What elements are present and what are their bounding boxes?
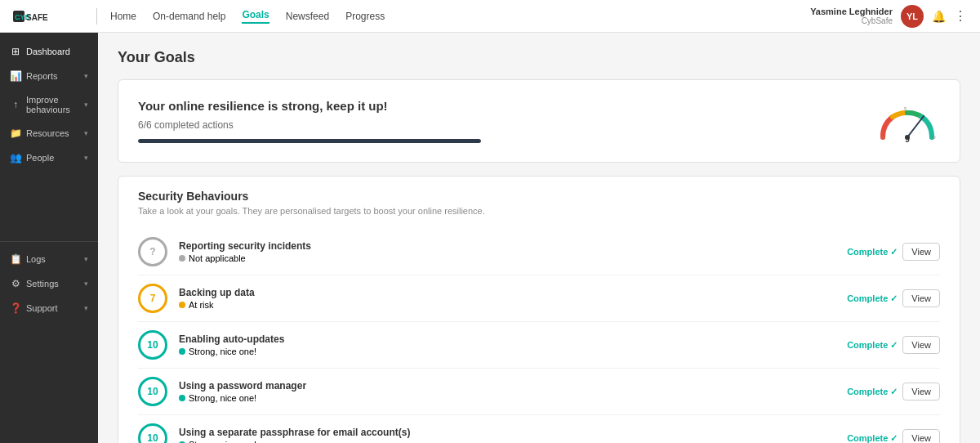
behaviour-name: Enabling auto-updates bbox=[179, 333, 835, 345]
behaviour-actions: Complete ✓ View bbox=[847, 429, 940, 443]
nav-newsfeed[interactable]: Newsfeed bbox=[286, 11, 329, 22]
score-circle: 10 bbox=[138, 423, 167, 443]
resilience-subtitle: 6/6 completed actions bbox=[138, 119, 481, 131]
menu-dots-icon[interactable]: ⋮ bbox=[954, 8, 967, 24]
sidebar-item-dashboard[interactable]: ⊞ Dashboard bbox=[0, 39, 98, 64]
user-info: Yasmine Leghnider CybSafe bbox=[810, 7, 893, 25]
status-text: Strong, nice one! bbox=[189, 347, 256, 356]
view-button[interactable]: View bbox=[902, 243, 940, 261]
progress-bar-fill bbox=[138, 139, 481, 143]
sidebar-divider bbox=[0, 241, 98, 242]
sidebar-label-settings: Settings bbox=[26, 279, 79, 289]
main-content: Your Goals Your online resilience is str… bbox=[98, 33, 980, 443]
sidebar-label-reports: Reports bbox=[26, 71, 79, 81]
sidebar-item-settings[interactable]: ⚙ Settings ▾ bbox=[0, 271, 98, 296]
nav-home[interactable]: Home bbox=[110, 11, 136, 22]
logo: CYB SAFE bbox=[13, 9, 70, 24]
behaviours-card: Security Behaviours Take a look at your … bbox=[118, 176, 960, 443]
behaviour-actions: Complete ✓ View bbox=[847, 289, 940, 307]
behaviour-row: ? Reporting security incidents Not appli… bbox=[138, 229, 940, 275]
behaviour-status: At risk bbox=[179, 300, 835, 310]
nav-progress[interactable]: Progress bbox=[345, 11, 385, 22]
avatar: YL bbox=[901, 5, 924, 28]
behaviour-info: Using a password manager Strong, nice on… bbox=[179, 380, 835, 403]
sidebar-item-people[interactable]: 👥 People ▾ bbox=[0, 145, 98, 170]
behaviour-status: Strong, nice one! bbox=[179, 347, 835, 356]
complete-label: Complete ✓ bbox=[847, 247, 898, 257]
sidebar-item-logs[interactable]: 📋 Logs ▾ bbox=[0, 247, 98, 271]
status-text: Strong, nice one! bbox=[189, 440, 256, 443]
resilience-title: Your online resilience is strong, keep i… bbox=[138, 99, 481, 113]
view-button[interactable]: View bbox=[902, 336, 940, 354]
top-nav: CYB SAFE Home On-demand help Goals Newsf… bbox=[0, 0, 980, 33]
page-title: Your Goals bbox=[118, 49, 960, 66]
behaviour-status: Strong, nice one! bbox=[179, 393, 835, 403]
bell-icon[interactable]: 🔔 bbox=[932, 10, 946, 23]
logo-svg: CYB SAFE bbox=[13, 9, 70, 24]
chevron-down-icon: ▾ bbox=[84, 154, 88, 162]
gauge-container: 9 0 10 5 bbox=[875, 96, 940, 145]
status-dot-icon bbox=[179, 302, 185, 308]
behaviour-info: Reporting security incidents Not applica… bbox=[179, 240, 835, 263]
reports-icon: 📊 bbox=[10, 70, 21, 82]
behaviour-info: Using a separate passphrase for email ac… bbox=[179, 427, 835, 443]
resources-icon: 📁 bbox=[10, 128, 21, 139]
support-icon: ❓ bbox=[10, 302, 21, 314]
score-circle: ? bbox=[138, 237, 167, 266]
nav-ondemand[interactable]: On-demand help bbox=[153, 11, 225, 22]
nav-divider bbox=[96, 8, 97, 25]
score-circle: 10 bbox=[138, 330, 167, 360]
sidebar-item-improve[interactable]: ↑ Improve behaviours ▾ bbox=[0, 88, 98, 121]
behaviour-name: Using a password manager bbox=[179, 380, 835, 392]
resilience-card: Your online resilience is strong, keep i… bbox=[118, 79, 960, 163]
view-button[interactable]: View bbox=[902, 429, 940, 443]
behaviour-info: Backing up data At risk bbox=[179, 287, 835, 310]
status-dot-icon bbox=[179, 255, 185, 262]
chevron-down-icon: ▾ bbox=[84, 72, 88, 80]
sidebar-item-reports[interactable]: 📊 Reports ▾ bbox=[0, 64, 98, 88]
behaviour-actions: Complete ✓ View bbox=[847, 383, 940, 400]
status-dot-icon bbox=[179, 395, 185, 401]
settings-icon: ⚙ bbox=[10, 278, 21, 289]
view-button[interactable]: View bbox=[902, 289, 940, 307]
nav-links: Home On-demand help Goals Newsfeed Progr… bbox=[110, 9, 385, 24]
people-icon: 👥 bbox=[10, 152, 21, 163]
complete-label: Complete ✓ bbox=[847, 293, 898, 304]
behaviours-title: Security Behaviours bbox=[138, 190, 940, 203]
chevron-down-icon: ▾ bbox=[84, 101, 88, 109]
chevron-down-icon: ▾ bbox=[84, 280, 88, 288]
behaviour-status: Not applicable bbox=[179, 253, 835, 263]
behaviour-row: 10 Enabling auto-updates Strong, nice on… bbox=[138, 322, 940, 369]
sidebar-label-resources: Resources bbox=[26, 128, 79, 138]
sidebar-top: ⊞ Dashboard 📊 Reports ▾ ↑ Improve behavi… bbox=[0, 39, 98, 236]
behaviour-name: Reporting security incidents bbox=[179, 240, 835, 252]
sidebar-item-support[interactable]: ❓ Support ▾ bbox=[0, 296, 98, 320]
svg-line-3 bbox=[907, 116, 924, 137]
behaviour-row: 10 Using a separate passphrase for email… bbox=[138, 415, 940, 443]
sidebar: ⊞ Dashboard 📊 Reports ▾ ↑ Improve behavi… bbox=[0, 33, 98, 443]
improve-icon: ↑ bbox=[10, 99, 21, 110]
status-text: At risk bbox=[189, 300, 214, 310]
top-nav-right: Yasmine Leghnider CybSafe YL 🔔 ⋮ bbox=[810, 5, 967, 28]
chevron-down-icon: ▾ bbox=[84, 304, 88, 312]
svg-text:SAFE: SAFE bbox=[26, 13, 48, 22]
behaviour-actions: Complete ✓ View bbox=[847, 336, 940, 354]
svg-text:10: 10 bbox=[930, 135, 936, 140]
behaviour-name: Backing up data bbox=[179, 287, 835, 298]
chevron-down-icon: ▾ bbox=[84, 255, 88, 263]
progress-bar-container bbox=[138, 139, 481, 143]
behaviour-name: Using a separate passphrase for email ac… bbox=[179, 427, 835, 438]
score-circle: 7 bbox=[138, 284, 167, 313]
resilience-left: Your online resilience is strong, keep i… bbox=[138, 99, 481, 143]
nav-goals[interactable]: Goals bbox=[242, 9, 269, 24]
status-text: Strong, nice one! bbox=[189, 393, 256, 403]
gauge-svg: 9 0 10 5 bbox=[875, 96, 940, 145]
complete-label: Complete ✓ bbox=[847, 340, 898, 351]
user-org: CybSafe bbox=[810, 16, 893, 25]
sidebar-label-people: People bbox=[26, 153, 79, 163]
view-button[interactable]: View bbox=[902, 383, 940, 400]
sidebar-bottom: 📋 Logs ▾ ⚙ Settings ▾ ❓ Support ▾ bbox=[0, 247, 98, 444]
sidebar-item-resources[interactable]: 📁 Resources ▾ bbox=[0, 121, 98, 145]
chevron-down-icon: ▾ bbox=[84, 129, 88, 137]
logs-icon: 📋 bbox=[10, 253, 21, 265]
